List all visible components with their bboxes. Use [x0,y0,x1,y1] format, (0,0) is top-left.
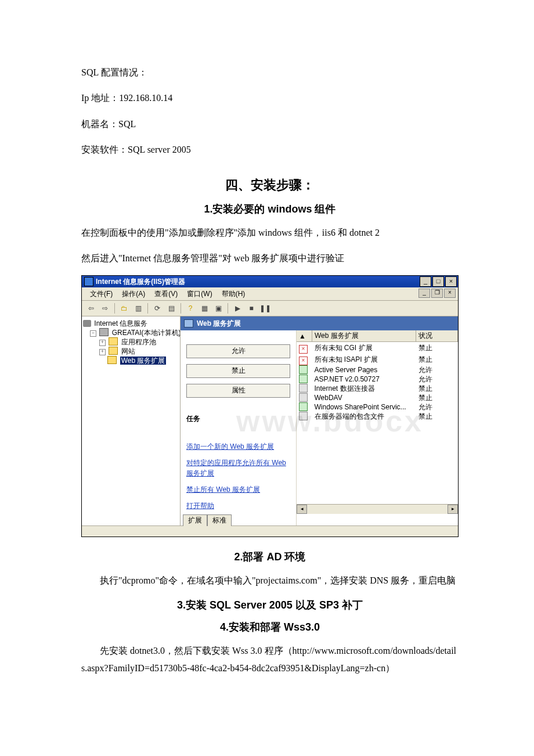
body-split: Internet 信息服务 − GREATAI(本地计算机) + 应用程序池 +… [82,316,458,525]
allow-button[interactable]: 允许 [186,344,290,358]
iis-manager-window: Internet 信息服务(IIS)管理器 _ □ × 文件(F) 操作(A) … [81,275,459,537]
task-heading: 任务 [186,414,290,424]
ext-status: 禁止 [416,384,458,393]
ext-status: 允许 [416,375,458,384]
server-icon [83,320,91,327]
menu-file[interactable]: 文件(F) [85,288,117,300]
menu-help[interactable]: 帮助(H) [217,288,250,300]
para-installed-software: 安装软件：SQL server 2005 [81,141,459,159]
tree-app-pool[interactable]: + 应用程序池 [83,337,179,347]
toolbar-icon-1[interactable]: ▥ [132,303,144,314]
toolbar-icon-2[interactable]: ▦ [199,303,210,314]
maximize-button[interactable]: □ [432,276,444,287]
play-icon[interactable]: ▶ [232,303,243,314]
folder-icon [107,356,117,364]
expand-icon[interactable]: + [99,340,106,346]
tabstrip: 扩展 标准 [181,514,232,525]
task-link-help[interactable]: 打开帮助 [186,501,290,511]
menu-view[interactable]: 查看(V) [150,288,182,300]
mdi-min-button[interactable]: _ [418,289,430,298]
ext-status: 禁止 [416,342,458,354]
window-title: Internet 信息服务(IIS)管理器 [96,277,420,287]
para-step2-1: 执行"dcpromo"命令，在域名项中输入"projectaims.com"，选… [81,572,459,589]
table-row[interactable]: Windows SharePoint Servic...允许 [297,402,458,412]
up-icon[interactable]: 🗀 [118,303,130,314]
extension-list-pane: ▲ Web 服务扩展 状况 ×所有未知 CGI 扩展禁止×所有未知 ISAPI … [297,330,458,525]
col-icon[interactable]: ▲ [297,330,312,342]
col-status[interactable]: 状况 [416,330,458,342]
export-icon[interactable]: ▤ [165,303,177,314]
tree-web-ext[interactable]: Web 服务扩展 [83,356,179,365]
blocked-icon: × [299,357,308,365]
para-step1-1: 在控制面板中的使用"添加或删除程序"添加 windows 组件，iis6 和 d… [81,224,459,242]
ext-name: Windows SharePoint Servic... [312,402,416,412]
ext-status: 禁止 [416,412,458,421]
table-row[interactable]: Internet 数据连接器禁止 [297,384,458,393]
scroll-right-icon[interactable]: ▸ [448,505,458,514]
close-button[interactable]: × [445,276,457,287]
col-name[interactable]: Web 服务扩展 [312,330,416,342]
ext-status: 禁止 [416,354,458,365]
tab-extended[interactable]: 扩展 [183,514,207,526]
folder-icon [109,337,118,345]
toolbar-icon-3[interactable]: ▣ [212,303,224,314]
ext-name: 在服务器端的包含文件 [312,412,416,421]
back-icon[interactable]: ⇦ [85,303,97,314]
allowed-icon [299,402,308,411]
collapse-icon[interactable]: − [90,330,96,337]
window-titlebar[interactable]: Internet 信息服务(IIS)管理器 _ □ × [82,276,458,287]
task-link-allow-app[interactable]: 对特定的应用程序允许所有 Web 服务扩展 [186,458,290,478]
table-row[interactable]: ASP.NET v2.0.50727允许 [297,375,458,384]
folder-icon [184,319,193,327]
task-pane: 允许 禁止 属性 任务 添加一个新的 Web 服务扩展 对特定的应用程序允许所有… [181,330,297,525]
content-title: Web 服务扩展 [197,319,241,329]
table-row[interactable]: Active Server Pages允许 [297,365,458,375]
stop-icon[interactable]: ■ [246,303,257,314]
heading-section-4: 四、安装步骤： [81,177,459,194]
menu-action[interactable]: 操作(A) [117,288,150,300]
content-pane: Web 服务扩展 允许 禁止 属性 任务 添加一个新的 Web 服务扩展 对特定… [181,316,458,525]
table-row[interactable]: ×所有未知 CGI 扩展禁止 [297,342,458,354]
para-ip: Ip 地址：192.168.10.14 [81,89,459,107]
ext-icon [299,412,308,420]
app-icon [84,277,93,286]
properties-button[interactable]: 属性 [186,384,290,398]
heading-step-2: 2.部署 AD 环境 [81,550,459,564]
pause-icon[interactable]: ❚❚ [259,303,271,314]
content-header: Web 服务扩展 [181,316,458,330]
mdi-close-button[interactable]: × [444,289,456,298]
deny-button[interactable]: 禁止 [186,364,290,378]
ext-icon [299,384,308,393]
table-row[interactable]: 在服务器端的包含文件禁止 [297,412,458,421]
heading-step-4: 4.安装和部署 Wss3.0 [81,620,459,634]
mdi-restore-button[interactable]: ❐ [431,289,443,298]
tab-standard[interactable]: 标准 [207,514,232,526]
tree-root[interactable]: Internet 信息服务 [83,319,179,328]
table-row[interactable]: WebDAV禁止 [297,393,458,402]
table-row[interactable]: ×所有未知 ISAPI 扩展禁止 [297,354,458,365]
folder-icon [109,347,118,355]
tree-computer[interactable]: − GREATAI(本地计算机) [83,328,179,337]
ext-name: ASP.NET v2.0.50727 [312,375,416,384]
statusbar [82,525,458,537]
toolbar-separator [147,303,148,314]
task-link-add[interactable]: 添加一个新的 Web 服务扩展 [186,441,290,452]
horizontal-scrollbar[interactable]: ◂ ▸ [297,504,458,514]
toolbar-separator [228,303,228,314]
help-icon[interactable]: ? [185,303,196,314]
menubar: 文件(F) 操作(A) 查看(V) 窗口(W) 帮助(H) _ ❐ × [82,287,458,301]
para-step4-1: 先安装 dotnet3.0，然后下载安装 Wss 3.0 程序（http://w… [81,642,459,678]
ext-status: 允许 [416,402,458,412]
expand-icon[interactable]: + [99,349,106,355]
task-link-deny-all[interactable]: 禁止所有 Web 服务扩展 [186,484,290,495]
content-body: 允许 禁止 属性 任务 添加一个新的 Web 服务扩展 对特定的应用程序允许所有… [181,330,458,525]
tree-pane[interactable]: Internet 信息服务 − GREATAI(本地计算机) + 应用程序池 +… [82,316,181,525]
menu-window[interactable]: 窗口(W) [182,288,217,300]
scroll-left-icon[interactable]: ◂ [297,505,307,514]
ext-status: 禁止 [416,393,458,402]
ext-status: 允许 [416,365,458,375]
refresh-icon[interactable]: ⟳ [151,303,163,314]
forward-icon[interactable]: ⇨ [99,303,111,314]
minimize-button[interactable]: _ [420,276,431,287]
tree-sites[interactable]: + 网站 [83,347,179,356]
